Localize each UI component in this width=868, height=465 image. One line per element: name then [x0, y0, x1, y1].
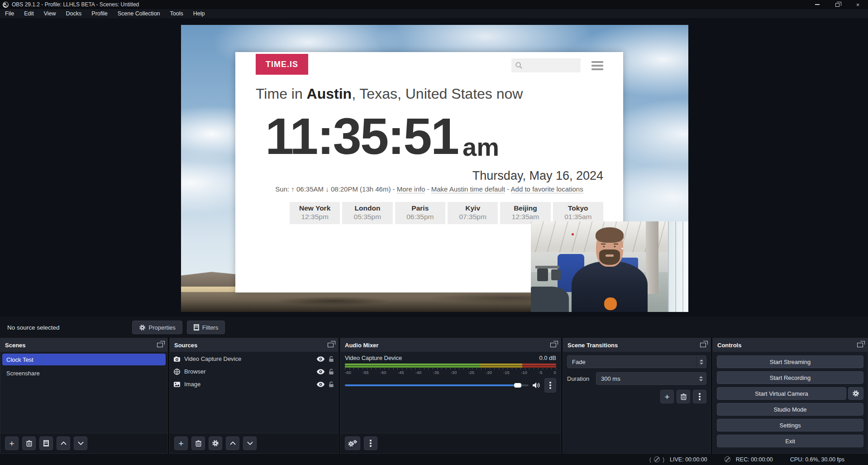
filters-button[interactable]: Filters	[187, 321, 225, 334]
plus-icon: +	[664, 393, 669, 401]
gear-icon	[852, 390, 859, 397]
close-button[interactable]: ×	[848, 0, 868, 9]
city-box: Kyiv07:35pm	[448, 202, 498, 224]
duration-input[interactable]: 300 ms	[596, 372, 706, 385]
transition-select-arrows[interactable]	[696, 356, 706, 368]
city-box: Paris06:35pm	[395, 202, 445, 224]
city-box: Tokyo01:35am	[553, 202, 603, 224]
gear-icon	[139, 324, 146, 331]
dots-icon	[699, 396, 701, 398]
controls-panel: Controls Start Streaming Start Recording…	[712, 338, 868, 454]
chevron-up-icon	[230, 441, 236, 445]
unlock-icon[interactable]	[329, 369, 334, 375]
menu-help[interactable]: Help	[188, 9, 210, 18]
menu-scene-collection[interactable]: Scene Collection	[113, 9, 165, 18]
popout-icon[interactable]	[157, 343, 163, 347]
properties-button[interactable]: Properties	[132, 321, 182, 334]
trash-icon	[681, 393, 687, 400]
scene-filters-button[interactable]	[39, 436, 53, 450]
popout-icon[interactable]	[550, 343, 556, 347]
source-properties-button[interactable]	[209, 436, 222, 450]
window-title: OBS 29.1.2 - Profile: LLHLS BETA - Scene…	[12, 1, 139, 8]
transitions-title: Scene Transitions	[568, 342, 618, 349]
cpu-fps-status: CPU: 0.6%, 30.00 fps	[790, 456, 844, 463]
mixer-channel-menu-button[interactable]	[544, 378, 556, 393]
start-recording-button[interactable]: Start Recording	[717, 371, 863, 384]
filter-icon	[43, 440, 49, 446]
settings-button[interactable]: Settings	[717, 419, 863, 431]
menu-edit[interactable]: Edit	[19, 9, 39, 18]
menu-view[interactable]: View	[39, 9, 61, 18]
city-box: New York12:35pm	[290, 202, 340, 224]
eye-icon[interactable]	[317, 356, 324, 362]
source-item-browser[interactable]: Browser	[170, 366, 338, 377]
restore-button[interactable]	[827, 0, 848, 9]
preview-area: TIME.IS Time in Austin, Texas, United St…	[0, 18, 868, 317]
sources-panel: Sources Video Capture Device Browser Ima…	[169, 338, 339, 454]
program-canvas[interactable]: TIME.IS Time in Austin, Texas, United St…	[181, 25, 688, 312]
move-source-up-button[interactable]	[226, 436, 239, 450]
timeis-search-box	[511, 58, 581, 72]
scenes-panel: Scenes Clock Test Screenshare +	[0, 338, 168, 454]
audio-mixer-title: Audio Mixer	[345, 342, 378, 349]
volume-slider-handle[interactable]	[514, 383, 521, 388]
meter-tick-labels: -60-55-50-45-40-35-30-25-20-15-10-50	[345, 370, 556, 375]
trash-icon	[196, 440, 201, 447]
eye-icon[interactable]	[317, 369, 324, 374]
menu-docks[interactable]: Docks	[61, 9, 87, 18]
timeis-date: Thursday, May 16, 2024	[472, 169, 603, 183]
volume-meter	[345, 365, 556, 368]
source-status-text: No source selected	[7, 324, 60, 331]
source-item-image[interactable]: Image	[170, 379, 338, 390]
move-scene-down-button[interactable]	[74, 436, 87, 450]
virtual-camera-config-button[interactable]	[848, 387, 863, 400]
transition-select[interactable]: Fade	[567, 355, 706, 368]
scene-item-screenshare[interactable]: Screenshare	[2, 367, 166, 379]
menu-tools[interactable]: Tools	[165, 9, 188, 18]
start-virtual-camera-button[interactable]: Start Virtual Camera	[717, 387, 846, 400]
timeis-logo: TIME.IS	[256, 54, 308, 75]
chevron-down-icon	[699, 379, 703, 381]
webcam-video-source	[531, 221, 688, 312]
minimize-button[interactable]	[807, 0, 827, 9]
mixer-db-value: 0.0 dB	[539, 355, 556, 361]
add-source-button[interactable]: +	[174, 436, 188, 450]
dock-row: Scenes Clock Test Screenshare + Sources …	[0, 338, 868, 454]
studio-mode-button[interactable]: Studio Mode	[717, 403, 863, 416]
popout-icon[interactable]	[857, 343, 863, 347]
move-scene-up-button[interactable]	[57, 436, 70, 450]
unlock-icon[interactable]	[329, 381, 334, 388]
popout-icon[interactable]	[328, 343, 334, 347]
transition-menu-button[interactable]	[693, 390, 706, 403]
volume-slider[interactable]	[345, 384, 529, 386]
speaker-icon[interactable]	[533, 382, 540, 388]
selected-source-toolbar: No source selected Properties Filters	[0, 317, 868, 338]
clock-ampm: am	[463, 132, 499, 164]
menu-file[interactable]: File	[0, 9, 19, 18]
chevron-down-icon	[247, 441, 253, 445]
exit-button[interactable]: Exit	[717, 435, 863, 447]
more-info-link: More info	[397, 185, 425, 193]
add-scene-button[interactable]: +	[5, 436, 19, 450]
unlock-icon[interactable]	[329, 356, 334, 362]
chevron-down-icon	[78, 441, 84, 445]
move-source-down-button[interactable]	[243, 436, 257, 450]
remove-transition-button[interactable]	[677, 390, 690, 403]
menu-profile[interactable]: Profile	[86, 9, 112, 18]
mixer-channel-name: Video Capture Device	[345, 355, 402, 361]
mixer-menu-button[interactable]	[364, 436, 377, 450]
add-transition-button[interactable]: +	[660, 390, 674, 403]
remove-scene-button[interactable]	[22, 436, 36, 450]
advanced-audio-button[interactable]	[345, 436, 360, 450]
scene-item-clock-test[interactable]: Clock Test	[2, 354, 166, 365]
source-item-video-capture[interactable]: Video Capture Device	[170, 353, 338, 364]
chevron-down-icon	[700, 363, 703, 364]
popout-icon[interactable]	[700, 343, 706, 347]
make-default-link: Make Austin time default	[431, 185, 505, 193]
city-box: Beijing12:35am	[500, 202, 550, 224]
duration-spinner[interactable]	[696, 373, 706, 384]
eye-icon[interactable]	[317, 382, 324, 387]
start-streaming-button[interactable]: Start Streaming	[717, 355, 863, 368]
remove-source-button[interactable]	[191, 436, 205, 450]
volume-meter	[345, 364, 556, 365]
